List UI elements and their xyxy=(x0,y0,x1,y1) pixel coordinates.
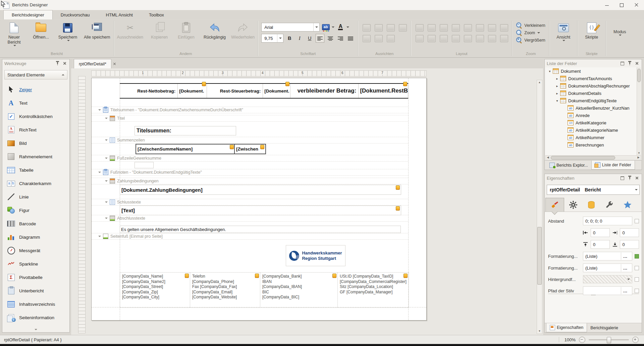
document-tab[interactable]: rptOfferDetail* xyxy=(74,59,111,68)
ellipsis-button[interactable]: … xyxy=(621,252,630,260)
collapse-icon[interactable] xyxy=(105,158,108,160)
toolbox-item-pivottabelle[interactable]: ΣPivottabelle xyxy=(2,271,69,284)
smart-tag-icon[interactable] xyxy=(260,145,264,149)
report-page[interactable]: Rest-Nettobetrag: [Dokument. Rest-Steuer… xyxy=(91,78,427,321)
toolbox-item-tabelle[interactable]: Tabelle xyxy=(2,163,69,177)
verbleibend-field-cell[interactable]: [Dokument.RestB xyxy=(359,84,408,98)
toolbox-item-zeiger[interactable]: Zeiger xyxy=(2,83,69,96)
toolbox-item-unterbericht[interactable]: Unterbericht xyxy=(2,284,69,297)
tab-appearance[interactable] xyxy=(545,198,564,212)
zwischensumme-name-control[interactable]: [ZwischenSummeNamen] xyxy=(136,144,235,154)
minimize-button[interactable] xyxy=(600,0,614,10)
zoom-slider-thumb[interactable] xyxy=(607,337,611,343)
new-report-button[interactable]: Neuer Bericht xyxy=(1,19,28,48)
expanded-icon[interactable]: ▾ xyxy=(555,99,559,103)
smart-tag-icon[interactable] xyxy=(404,274,408,278)
layout-tool-icon[interactable] xyxy=(440,24,448,32)
align-center-button[interactable] xyxy=(326,34,334,42)
toolbox-item-seiteninformation[interactable]: Seiteninformation xyxy=(2,311,69,324)
tab-behavior[interactable] xyxy=(564,198,582,212)
layout-tool-icon[interactable] xyxy=(440,35,448,42)
layout-tool-icon[interactable] xyxy=(488,35,496,42)
toolbox-item-text[interactable]: AText xyxy=(2,96,69,110)
font-name-combo[interactable]: Arial xyxy=(261,23,320,32)
save-button[interactable]: Speichern xyxy=(54,19,81,43)
tab-toolbox[interactable]: Toolbox xyxy=(141,10,172,19)
ellipsis-button[interactable]: … xyxy=(621,287,630,294)
collapse-icon[interactable] xyxy=(105,180,108,183)
band-zahlungsbedingungen[interactable]: Zahlungsbedingungen xyxy=(92,178,408,184)
object-selector-combo[interactable]: rptOfferDetail Bericht xyxy=(547,185,640,195)
toolbox-item-inhaltsverzeichnis[interactable]: Inhaltsverzeichnis xyxy=(2,297,69,311)
layout-tool-icon[interactable] xyxy=(452,35,460,42)
copy-button[interactable]: Kopieren xyxy=(146,19,173,40)
toolbox-item-charakterkamm[interactable]: abCharakterkamm xyxy=(2,177,69,190)
expanded-icon[interactable]: ▾ xyxy=(548,69,551,73)
company-data-table[interactable]: [CompanyData_Name] [CompanyData_Name2] [… xyxy=(120,272,409,308)
tab-favorites[interactable] xyxy=(619,198,637,212)
tree-node-dokumentabschlagrechnungen[interactable]: ▸DokumentAbschlagRechnunger xyxy=(545,82,641,90)
empty-cell-control[interactable] xyxy=(135,162,154,168)
layout-tool-icon[interactable] xyxy=(476,35,484,42)
collapse-icon[interactable] xyxy=(105,218,108,220)
align-tool-icon[interactable] xyxy=(363,24,371,32)
tab-eigenschaften[interactable]: Eigenschaften xyxy=(546,323,587,332)
layout-tool-icon[interactable] xyxy=(464,35,472,42)
collapse-icon[interactable] xyxy=(105,118,108,120)
maximize-icon[interactable] xyxy=(620,175,625,181)
maximize-button[interactable] xyxy=(614,0,629,10)
toolbox-item-sparkline[interactable]: Sparkline xyxy=(2,257,69,271)
scrollbar-thumb[interactable] xyxy=(537,227,542,285)
italic-button[interactable]: I xyxy=(296,34,304,42)
scripts-button[interactable]: Skripte xyxy=(578,19,605,40)
font-color-button[interactable]: A xyxy=(336,23,344,31)
tree-horizontal-scrollbar[interactable]: ◀ ▶ xyxy=(545,155,641,160)
align-left-button[interactable] xyxy=(316,34,324,43)
zwischensumme-wert-control[interactable]: [Zwischen xyxy=(234,144,266,154)
redo-button[interactable]: Wiederholen xyxy=(228,19,257,40)
smart-tag-icon[interactable] xyxy=(403,82,407,86)
layout-tool-icon[interactable] xyxy=(500,24,508,32)
toolbox-section-header[interactable]: Standard Elemente xyxy=(4,70,67,79)
band-summenzeilen[interactable]: Summenzeilen xyxy=(92,137,408,143)
pin-icon[interactable] xyxy=(627,175,632,181)
zoom-out-button[interactable] xyxy=(579,337,585,343)
justify-button[interactable] xyxy=(346,34,355,42)
close-button[interactable] xyxy=(629,0,644,10)
undo-button[interactable]: Rückgängig xyxy=(201,19,228,40)
band-titel[interactable]: Titel xyxy=(92,115,408,122)
tree-field-artikelnummer[interactable]: abArtikelNummer xyxy=(545,134,641,141)
background-color-swatch[interactable] xyxy=(583,275,632,283)
align-tool-icon[interactable] xyxy=(375,35,383,42)
align-tool-icon[interactable] xyxy=(399,24,407,32)
titelsummen-label-control[interactable]: Titelsummen: xyxy=(135,126,236,135)
scrollbar-thumb[interactable] xyxy=(551,156,615,160)
pad-bottom-input[interactable]: 0 xyxy=(620,240,639,249)
collapsed-icon[interactable]: ▸ xyxy=(555,77,559,80)
zoom-out-button[interactable]: –Verkleinern xyxy=(516,22,545,28)
tree-field-artikelkategorie[interactable]: 123ArtikelKategorie xyxy=(545,119,641,126)
font-size-combo[interactable]: 9,75 xyxy=(261,34,283,43)
text-highlight-button[interactable] xyxy=(322,23,330,31)
toolbox-item-rahmenelement[interactable]: Rahmenelement xyxy=(2,150,69,163)
band-fusszeile-gewerksumme[interactable]: FußzeileGewerksumme xyxy=(92,155,408,162)
band-seitenfuss[interactable]: Seitenfuß [Einmal pro Seite] xyxy=(92,233,408,240)
property-marker[interactable] xyxy=(635,254,639,258)
layout-tool-icon[interactable] xyxy=(500,35,508,42)
band-schlusstexte[interactable]: Schlusstexte xyxy=(92,199,408,206)
property-row-formatierung-2[interactable]: Formatierung... (Liste)… xyxy=(548,264,639,272)
collapse-icon[interactable] xyxy=(105,201,108,204)
close-icon[interactable] xyxy=(62,61,67,66)
band-titelsummen[interactable]: Titelsummen - "Dokument.DokumentZwischen… xyxy=(92,107,408,113)
scroll-left-icon[interactable]: ◀ xyxy=(546,156,550,160)
toolbox-item-richtext[interactable]: ARichText xyxy=(2,123,69,136)
rest-steuer-label-cell[interactable]: Rest-Steuerbetrag: xyxy=(207,84,263,98)
scroll-down-icon[interactable]: ▼ xyxy=(537,329,542,334)
smart-tag-icon[interactable] xyxy=(396,206,400,211)
tree-field-artikelkategoriename[interactable]: abArtikelKategorieName xyxy=(545,126,641,134)
close-icon[interactable] xyxy=(634,61,640,66)
collapsed-icon[interactable]: ▸ xyxy=(555,84,559,88)
toolbox-item-figur[interactable]: Figur xyxy=(2,204,69,217)
smart-tag-icon[interactable] xyxy=(332,274,336,278)
property-marker[interactable] xyxy=(635,266,639,270)
